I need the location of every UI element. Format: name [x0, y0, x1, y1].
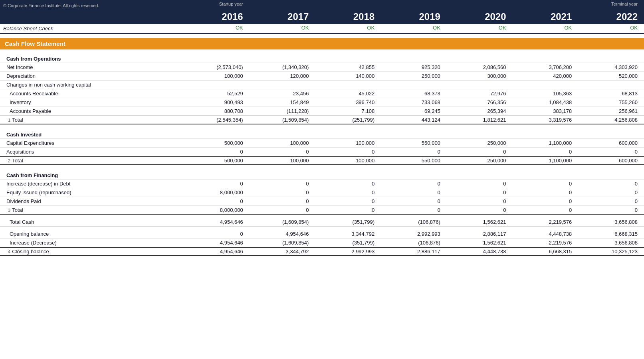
dividends-label: Dividends Paid [0, 197, 184, 205]
debt-2018: 0 [315, 181, 381, 187]
ar-2021: 105,363 [513, 91, 579, 97]
balance-check-row: Balance Sheet Check OK OK OK OK OK OK OK [0, 24, 644, 34]
inv-2020: 766,356 [447, 99, 513, 105]
capex-2017: 100,000 [250, 140, 315, 146]
year-2022: 2022 [578, 11, 644, 22]
capex-2022: 600,000 [578, 140, 644, 146]
capex-label: Capital Expenditures [0, 139, 184, 147]
fin-total-2017: 0 [250, 207, 315, 213]
ok-2018: OK [315, 25, 381, 32]
equity-row: Equity Issued (repurchased) 8,000,000 0 … [0, 188, 644, 197]
id-2021: 2,219,576 [513, 240, 579, 246]
header-years-row: 2016 2017 2018 2019 2020 2021 2022 [0, 10, 644, 24]
spacer-2 [0, 165, 644, 168]
ar-2017: 23,456 [250, 91, 315, 97]
ap-2021: 383,178 [513, 108, 579, 114]
inv-total-2021: 1,100,000 [513, 158, 579, 164]
tc-2021: 2,219,576 [513, 219, 579, 225]
year-2017: 2017 [250, 11, 315, 22]
opening-balance-row: Opening balance 0 4,954,646 3,344,792 2,… [0, 230, 644, 239]
operations-label: Cash from Operations [0, 52, 184, 63]
tc-2019: (106,876) [381, 219, 447, 225]
id-2016: 4,954,646 [184, 240, 250, 246]
operations-row-number: 1 [6, 118, 10, 122]
inv-total-2018: 100,000 [315, 158, 381, 164]
ob-2017: 4,954,646 [250, 231, 315, 237]
ops-total-2017: (1,509,854) [250, 117, 315, 123]
fin-total-2020: 0 [447, 207, 513, 213]
header-top-row: © Corporate Finance Institute. All right… [0, 0, 644, 10]
inv-total-2019: 550,000 [381, 158, 447, 164]
financing-total-label: 3 Total [0, 206, 184, 214]
spacer-3 [0, 215, 644, 218]
ar-2018: 45,022 [315, 91, 381, 97]
ap-2016: 880,708 [184, 108, 250, 114]
acq-2022: 0 [578, 149, 644, 155]
financing-section-title: Cash from Financing [0, 168, 644, 180]
ok-2016: OK [184, 25, 250, 32]
ops-total-2018: (251,799) [315, 117, 381, 123]
ops-total-2022: 4,256,808 [578, 117, 644, 123]
ap-2017: (111,228) [250, 108, 315, 114]
equity-2021: 0 [513, 189, 579, 195]
spacer-1 [0, 124, 644, 128]
depreciation-2018: 140,000 [315, 73, 381, 79]
ob-2019: 2,992,993 [381, 231, 447, 237]
net-income-2022: 4,303,920 [578, 64, 644, 70]
fin-total-2021: 0 [513, 207, 579, 213]
acq-2021: 0 [513, 149, 579, 155]
equity-label: Equity Issued (repurchased) [0, 189, 184, 196]
fin-total-2019: 0 [381, 207, 447, 213]
accounts-receivable-row: Accounts Receivable 52,529 23,456 45,022… [0, 89, 644, 98]
debt-2022: 0 [578, 181, 644, 187]
year-2019: 2019 [381, 11, 447, 22]
net-income-2019: 925,320 [381, 64, 447, 70]
ops-total-2019: 443,124 [381, 117, 447, 123]
balance-check-label: Balance Sheet Check [0, 25, 184, 32]
accounts-payable-label: Accounts Payable [0, 107, 184, 115]
acq-2018: 0 [315, 149, 381, 155]
ap-2019: 69,245 [381, 108, 447, 114]
invested-section-title: Cash Invested [0, 128, 644, 139]
ob-2020: 2,886,117 [447, 231, 513, 237]
accounts-payable-row: Accounts Payable 880,708 (111,228) 7,108… [0, 107, 644, 116]
invested-total-text: Total [12, 158, 23, 164]
copyright-text: © Corporate Finance Institute. All right… [0, 2, 184, 10]
net-income-2016: (2,573,040) [184, 64, 250, 70]
debt-2020: 0 [447, 181, 513, 187]
ops-total-2021: 3,319,576 [513, 117, 579, 123]
cb-2022: 10,325,123 [578, 249, 644, 254]
inv-2021: 1,084,438 [513, 99, 579, 105]
inv-total-2017: 100,000 [250, 158, 315, 164]
equity-2016: 8,000,000 [184, 189, 250, 195]
depreciation-2017: 120,000 [250, 73, 315, 79]
ob-2022: 6,668,315 [578, 231, 644, 237]
net-income-2021: 3,706,200 [513, 64, 579, 70]
invested-label: Cash Invested [0, 128, 184, 138]
capex-2020: 250,000 [447, 140, 513, 146]
inv-2022: 755,260 [578, 99, 644, 105]
invested-row-number: 2 [6, 158, 10, 163]
ok-2021: OK [513, 25, 579, 32]
capex-2019: 550,000 [381, 140, 447, 146]
net-income-2017: (1,340,320) [250, 64, 315, 70]
div-2018: 0 [315, 198, 381, 204]
cb-2016: 4,954,646 [184, 249, 250, 254]
equity-2020: 0 [447, 189, 513, 195]
acquisitions-label: Acquisitions [0, 148, 184, 156]
year-2020: 2020 [447, 11, 513, 22]
operations-total-row: 1 Total (2,545,354) (1,509,854) (251,799… [0, 116, 644, 124]
ok-2020: OK [447, 25, 513, 32]
operations-total-label: 1 Total [0, 116, 184, 124]
operations-total-text: Total [12, 117, 23, 123]
depreciation-2019: 250,000 [381, 73, 447, 79]
inv-2019: 733,068 [381, 99, 447, 105]
financing-total-text: Total [12, 207, 23, 213]
startup-year-label: Startup year [184, 2, 250, 10]
spacer-4 [0, 227, 644, 230]
tc-2020: 1,562,621 [447, 219, 513, 225]
net-income-2018: 42,855 [315, 64, 381, 70]
acq-2016: 0 [184, 149, 250, 155]
year-2021: 2021 [513, 11, 579, 22]
ok-2022: OK [578, 25, 644, 32]
